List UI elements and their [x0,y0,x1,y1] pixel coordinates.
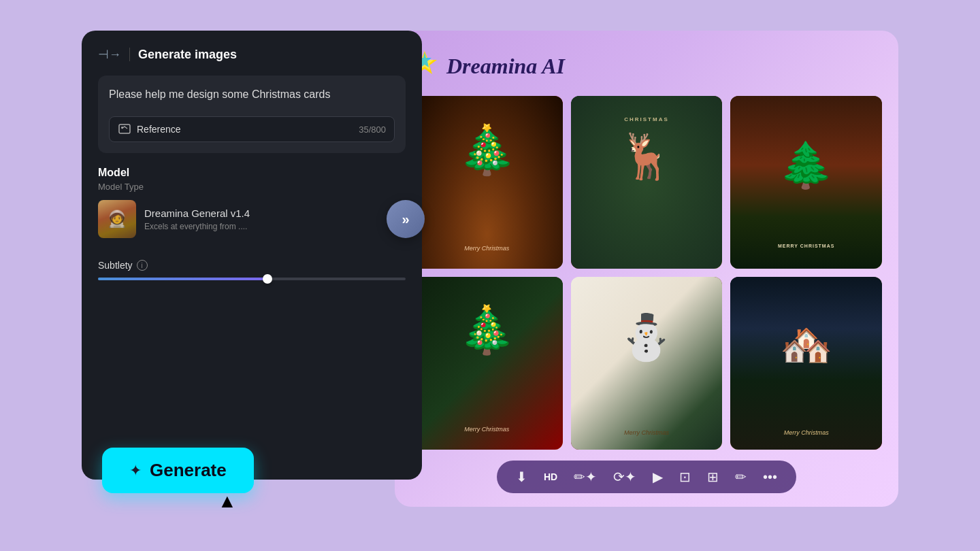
images-grid [411,96,882,450]
svg-point-1 [121,127,123,129]
model-description: Excels at everything from .... [144,222,406,231]
reference-label: Reference [137,124,181,135]
left-panel: ⊣→ Generate images Please help me design… [82,31,422,480]
model-section: Model Model Type 🧑‍🚀 Dreamina General v1… [98,167,406,238]
image-card-1[interactable] [411,96,563,269]
image-inner-5 [571,277,723,450]
expand-button[interactable]: ⊡ [679,469,691,485]
cursor-icon: ▲ [218,490,237,512]
model-label: Model [98,167,406,179]
image-toolbar: ⬇ HD ✏✦ ⟳✦ ▶ ⊡ ⊞ ✏ ••• [497,461,796,493]
prompt-area: Please help me design some Christmas car… [98,76,406,153]
reference-button[interactable]: Reference 35/800 [109,116,395,142]
main-container: ⊣→ Generate images Please help me design… [82,31,898,520]
model-info: Dreamina General v1.4 Excels at everythi… [144,207,406,231]
image-inner-3 [730,96,882,269]
slider-thumb [263,274,272,284]
image-inner-2 [571,96,723,269]
panel-toggle-icon[interactable]: ⊣→ [98,47,121,62]
generate-button[interactable]: ✦ Generate [102,448,254,493]
edit-button[interactable]: ✏ [735,469,747,485]
reference-button-left: Reference [118,122,181,136]
panel-header: ⊣→ Generate images [98,47,406,62]
resize-button[interactable]: ⊞ [707,469,719,485]
slider-fill [98,278,267,280]
more-button[interactable]: ••• [763,469,777,485]
header-separator [129,48,130,61]
generate-label: Generate [150,460,227,481]
enhance-button[interactable]: ✏✦ [574,469,597,485]
next-model-button[interactable]: » [387,200,425,238]
image-inner-6 [730,277,882,450]
model-figure: 🧑‍🚀 [107,210,127,229]
animate-button[interactable]: ▶ [653,469,663,485]
subtlety-info-icon[interactable]: i [137,260,148,271]
image-card-4[interactable] [411,277,563,450]
subtlety-section: Subtlety i [98,260,406,280]
panel-title: Generate images [138,48,237,62]
model-row: 🧑‍🚀 Dreamina General v1.4 Excels at ever… [98,200,406,238]
svg-rect-0 [119,124,130,133]
dreamina-header: Dreamina AI [411,50,882,82]
download-button[interactable]: ⬇ [516,469,527,485]
char-count: 35/800 [359,124,386,135]
image-inner-1 [411,96,563,269]
subtlety-label-row: Subtlety i [98,260,406,271]
model-thumb-inner: 🧑‍🚀 [98,200,136,238]
subtlety-label: Subtlety [98,260,133,271]
image-card-3[interactable] [730,96,882,269]
image-card-5[interactable] [571,277,723,450]
hd-button[interactable]: HD [544,471,557,482]
model-thumbnail: 🧑‍🚀 [98,200,136,238]
image-inner-4 [411,277,563,450]
reference-icon [118,122,131,136]
model-type-label: Model Type [98,182,406,192]
image-card-2[interactable] [571,96,723,269]
image-card-6[interactable] [730,277,882,450]
style-transfer-button[interactable]: ⟳✦ [613,469,636,485]
next-arrow-icon: » [402,212,409,227]
right-panel: Dreamina AI ⬇ HD [395,31,898,507]
dreamina-title: Dreamina AI [446,54,565,79]
subtlety-slider[interactable] [98,278,406,280]
prompt-text[interactable]: Please help me design some Christmas car… [109,86,395,103]
model-name: Dreamina General v1.4 [144,207,406,219]
generate-star-icon: ✦ [129,462,142,480]
